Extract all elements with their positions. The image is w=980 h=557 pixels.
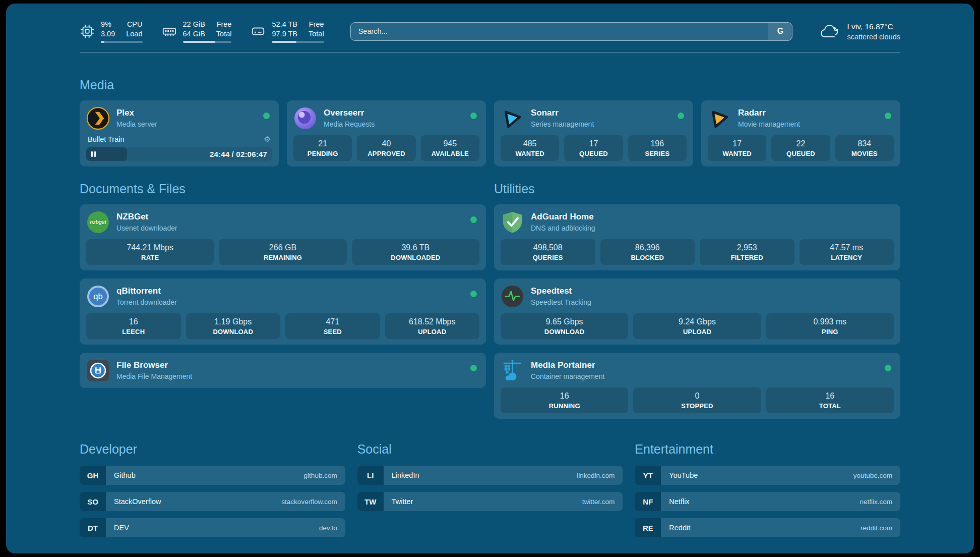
card-adguard[interactable]: AdGuard Home DNS and adblocking 498,508Q… — [494, 204, 900, 270]
bookmark-domain: linkedin.com — [577, 472, 615, 479]
bookmark-name: DEV — [114, 524, 129, 532]
card-filebrowser[interactable]: File Browser Media File Management — [80, 353, 486, 388]
status-dot — [263, 113, 270, 119]
status-dot — [885, 365, 891, 371]
bookmark-domain: github.com — [304, 472, 337, 479]
bookmark-domain: reddit.com — [861, 524, 892, 532]
bookmark-name: Reddit — [669, 524, 690, 532]
documents-column: Documents & Files nzbget NZBGet — [80, 182, 486, 419]
stat-tile: 266 GBREMAINING — [219, 239, 346, 265]
stat-tile: 22QUEUED — [771, 135, 830, 161]
filebrowser-icon — [86, 359, 110, 382]
bookmark-domain: stackoverflow.com — [281, 498, 337, 506]
gear-icon[interactable]: ⚙ — [264, 135, 271, 144]
card-qbittorrent[interactable]: qb qBittorrent Torrent downloader 16LEEC… — [80, 278, 486, 345]
bookmark-name: LinkedIn — [392, 471, 419, 479]
memory-values: 22 GiB 64 GiB — [183, 20, 205, 38]
stat-tile: 498,508QUERIES — [501, 239, 595, 265]
cpu-progressbar — [101, 41, 143, 43]
section-title-media: Media — [80, 78, 900, 92]
app-name: Radarr — [738, 108, 800, 118]
app-subtitle: Media server — [116, 120, 157, 128]
bookmark-abbr: SO — [80, 492, 106, 511]
app-subtitle: Media File Management — [116, 372, 192, 380]
app-name: Sonarr — [531, 108, 594, 118]
search-input[interactable] — [351, 23, 768, 40]
disk-progressbar — [272, 41, 324, 43]
bookmark-stackoverflow[interactable]: SO StackOverflow stackoverflow.com — [80, 492, 345, 511]
app-name: Media Portainer — [531, 360, 604, 370]
cpu-labels: CPU Load — [126, 20, 142, 38]
stat-tile: 485WANTED — [501, 135, 559, 161]
stat-tile: 0.993 msPING — [766, 313, 894, 339]
bookmark-name: Netflix — [669, 497, 689, 506]
stat-tile: 16RUNNING — [501, 387, 628, 413]
bookmark-reddit[interactable]: RE Reddit reddit.com — [635, 518, 900, 537]
pause-icon[interactable] — [91, 151, 96, 157]
weather-widget: Lviv, 16.87°C scattered clouds — [819, 22, 900, 41]
app-subtitle: Speedtest Tracking — [531, 298, 591, 306]
card-sonarr[interactable]: Sonarr Series management 485WANTED 17QUE… — [494, 100, 693, 166]
bookmark-domain: youtube.com — [853, 472, 892, 479]
bookmark-domain: twitter.com — [582, 498, 615, 506]
status-dot — [678, 113, 684, 119]
card-speedtest[interactable]: Speedtest Speedtest Tracking 9.65 GbpsDO… — [494, 278, 900, 345]
bookmark-linkedin[interactable]: LI LinkedIn linkedin.com — [357, 466, 623, 485]
bookmark-abbr: GH — [80, 466, 106, 485]
cloud-icon — [819, 23, 841, 40]
card-portainer[interactable]: Media Portainer Container management 16R… — [494, 353, 900, 419]
app-name: Overseerr — [324, 108, 375, 118]
section-title-entertainment: Entertainment — [635, 442, 900, 457]
bookmark-github[interactable]: GH Github github.com — [80, 466, 345, 485]
stat-tile: 86,396BLOCKED — [600, 239, 695, 265]
bookmark-group-entertainment: Entertainment YT YouTube youtube.com NF … — [635, 442, 900, 537]
now-playing-title: Bullet Train — [88, 135, 125, 143]
bookmark-abbr: NF — [635, 492, 661, 511]
app-name: qBittorrent — [116, 286, 177, 296]
weather-condition: scattered clouds — [847, 33, 900, 41]
app-subtitle: Movie management — [738, 120, 800, 128]
qbittorrent-icon: qb — [86, 285, 110, 308]
media-grid: Plex Media server Bullet Train ⚙ 24:44 /… — [80, 100, 900, 166]
dashboard: 9% 3.09 CPU Load — [6, 4, 974, 553]
memory-progressbar — [183, 41, 232, 43]
adguard-icon — [501, 210, 524, 234]
bookmark-youtube[interactable]: YT YouTube youtube.com — [635, 466, 900, 485]
app-subtitle: DNS and adblocking — [531, 224, 595, 232]
nzbget-icon: nzbget — [86, 210, 110, 234]
app-subtitle: Container management — [531, 372, 604, 380]
status-dot — [470, 113, 477, 119]
section-title-social: Social — [357, 442, 623, 457]
memory-labels: Free Total — [216, 20, 232, 38]
app-name: Speedtest — [531, 286, 591, 296]
bookmark-netflix[interactable]: NF Netflix netflix.com — [635, 492, 900, 511]
memory-icon — [162, 24, 177, 39]
plex-player-bar[interactable]: 24:44 / 02:06:47 — [86, 147, 272, 161]
svg-text:nzbget: nzbget — [90, 219, 106, 225]
overseerr-icon — [293, 106, 317, 130]
section-title-utilities: Utilities — [494, 182, 900, 196]
bookmarks-grid: Developer GH Github github.com SO StackO… — [80, 442, 900, 537]
bookmark-name: YouTube — [669, 471, 698, 479]
bookmark-name: Github — [114, 471, 136, 479]
card-nzbget[interactable]: nzbget NZBGet Usenet downloader 744.21 M… — [80, 204, 486, 270]
bookmark-name: StackOverflow — [114, 497, 161, 506]
stat-tile: 9.65 GbpsDOWNLOAD — [501, 313, 628, 339]
stat-tile: 945AVAILABLE — [421, 135, 479, 161]
disk-values: 52.4 TB 97.9 TB — [272, 20, 297, 38]
card-overseerr[interactable]: Overseerr Media Requests 21PENDING 40APP… — [287, 100, 486, 166]
bookmark-group-social: Social LI LinkedIn linkedin.com TW Twitt… — [357, 442, 623, 537]
section-title-documents: Documents & Files — [80, 182, 486, 196]
card-radarr[interactable]: Radarr Movie management 17WANTED 22QUEUE… — [701, 100, 900, 166]
bookmark-twitter[interactable]: TW Twitter twitter.com — [357, 492, 623, 511]
google-search-button[interactable]: G — [768, 23, 792, 40]
bookmark-name: Twitter — [392, 497, 413, 506]
portainer-icon — [501, 359, 524, 382]
card-plex[interactable]: Plex Media server Bullet Train ⚙ 24:44 /… — [80, 100, 279, 166]
app-name: AdGuard Home — [531, 212, 595, 222]
bookmark-dev[interactable]: DT DEV dev.to — [80, 518, 345, 537]
bookmark-domain: dev.to — [319, 524, 337, 532]
svg-text:qb: qb — [93, 292, 103, 301]
stat-tile: 9.24 GbpsUPLOAD — [633, 313, 761, 339]
status-dot — [470, 216, 477, 223]
